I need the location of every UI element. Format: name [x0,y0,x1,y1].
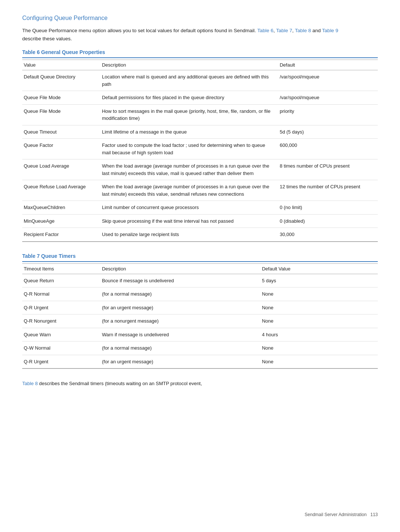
table-row: Q-R Urgent (for an urgent message) None [22,301,378,314]
cell-default: /var/spool/mqueue [278,70,378,91]
cell-default: priority [278,104,378,125]
cell-defval: None [260,314,378,328]
cell-desc: Warn if message is undelivered [100,328,260,341]
table6-title: Table 6 General Queue Properties [22,49,378,58]
table6-col-desc: Description [100,60,278,70]
table-row: MaxQueueChildren Limit number of concurr… [22,201,378,215]
table-row: MinQueueAge Skip queue processing if the… [22,214,378,228]
cell-default: 0 (no limit) [278,201,378,215]
footer-page: 113 [370,512,378,517]
cell-desc: (for a normal message) [100,341,260,355]
section-title: Configuring Queue Performance [22,15,378,21]
cell-value: Queue Load Average [22,159,100,180]
cell-desc: Skip queue processing if the wait time i… [100,214,278,228]
cell-desc: Default permissions for files placed in … [100,91,278,105]
cell-timeout: Q-R Nonurgent [22,314,100,328]
intro-paragraph: The Queue Performance menu option allows… [22,27,341,43]
cell-default: 8 times number of CPUs present [278,159,378,180]
table-row: Queue Factor Factor used to compute the … [22,139,378,159]
cell-defval: 5 days [260,274,378,287]
page-footer: Sendmail Server Administration 113 [305,512,378,517]
table7-link[interactable]: Table 7 [276,28,292,33]
cell-value: Default Queue Directory [22,70,100,91]
cell-desc: Limit number of concurrent queue process… [100,201,278,215]
table-row: Queue Return Bounce if message is undeli… [22,274,378,287]
cell-value: MaxQueueChildren [22,201,100,215]
table-row: Q-W Normal (for a normal message) None [22,341,378,355]
cell-defval: None [260,301,378,314]
cell-value: Queue File Mode [22,91,100,105]
table-row: Queue File Mode How to sort messages in … [22,104,378,125]
cell-desc: (for an urgent message) [100,355,260,368]
bottom-suffix: describes the Sendmail timers (timeouts … [39,381,202,386]
table-row: Q-R Urgent (for an urgent message) None [22,355,378,368]
cell-desc: How to sort messages in the mail queue (… [100,104,278,125]
table-row: Default Queue Directory Location where m… [22,70,378,91]
table7-col-desc: Description [100,263,260,274]
cell-defval: None [260,355,378,368]
intro-suffix: describe these values. [22,36,72,41]
cell-value: Queue Factor [22,139,100,159]
table-row: Queue Timeout Limit lifetime of a messag… [22,125,378,139]
cell-default: 12 times the number of CPUs present [278,180,378,201]
table6-col-value: Value [22,60,100,70]
table7-title: Table 7 Queue Timers [22,253,378,262]
table-row: Queue File Mode Default permissions for … [22,91,378,105]
cell-desc: Bounce if message is undelivered [100,274,260,287]
cell-default: /var/spool/mqueue [278,91,378,105]
footer-label: Sendmail Server Administration [305,512,367,517]
table-row: Recipient Factor Used to penalize large … [22,228,378,242]
cell-timeout: Q-W Normal [22,341,100,355]
cell-default: 600,000 [278,139,378,159]
table7-col-timeout: Timeout Items [22,263,100,274]
table-row: Queue Refuse Load Average When the load … [22,180,378,201]
cell-timeout: Queue Return [22,274,100,287]
cell-desc: When the load average (average number of… [100,159,278,180]
table8-bottom-link[interactable]: Table 8 [22,381,38,386]
table-row: Queue Warn Warn if message is undelivere… [22,328,378,341]
table9-link[interactable]: Table 9 [322,28,339,33]
table-row: Q-R Normal (for a normal message) None [22,287,378,301]
table8-link[interactable]: Table 8 [295,28,311,33]
cell-value: Queue File Mode [22,104,100,125]
cell-timeout: Q-R Normal [22,287,100,301]
table7: Timeout Items Description Default Value … [22,263,378,369]
cell-desc: (for a normal message) [100,287,260,301]
cell-desc: (for an urgent message) [100,301,260,314]
cell-desc: Used to penalize large recipient lists [100,228,278,242]
cell-desc: When the load average (average number of… [100,180,278,201]
cell-value: Queue Refuse Load Average [22,180,100,201]
table-row: Queue Load Average When the load average… [22,159,378,180]
bottom-paragraph: Table 8 describes the Sendmail timers (t… [22,380,378,388]
table6-col-default: Default [278,60,378,70]
cell-timeout: Queue Warn [22,328,100,341]
cell-timeout: Q-R Urgent [22,355,100,368]
cell-desc: Factor used to compute the load factor ;… [100,139,278,159]
cell-desc: Location where mail is queued and any ad… [100,70,278,91]
intro-text-main: The Queue Performance menu option allows… [22,28,256,33]
cell-defval: 4 hours [260,328,378,341]
table6-link[interactable]: Table 6 [257,28,274,33]
cell-defval: None [260,287,378,301]
cell-desc: Limit lifetime of a message in the queue [100,125,278,139]
cell-defval: None [260,341,378,355]
cell-value: Queue Timeout [22,125,100,139]
table-row: Q-R Nonurgent (for a nonurgent message) … [22,314,378,328]
table7-col-defval: Default Value [260,263,378,274]
cell-value: Recipient Factor [22,228,100,242]
cell-desc: (for a nonurgent message) [100,314,260,328]
cell-default: 30,000 [278,228,378,242]
cell-default: 0 (disabled) [278,214,378,228]
cell-default: 5d (5 days) [278,125,378,139]
cell-value: MinQueueAge [22,214,100,228]
table6: Value Description Default Default Queue … [22,60,378,242]
cell-timeout: Q-R Urgent [22,301,100,314]
